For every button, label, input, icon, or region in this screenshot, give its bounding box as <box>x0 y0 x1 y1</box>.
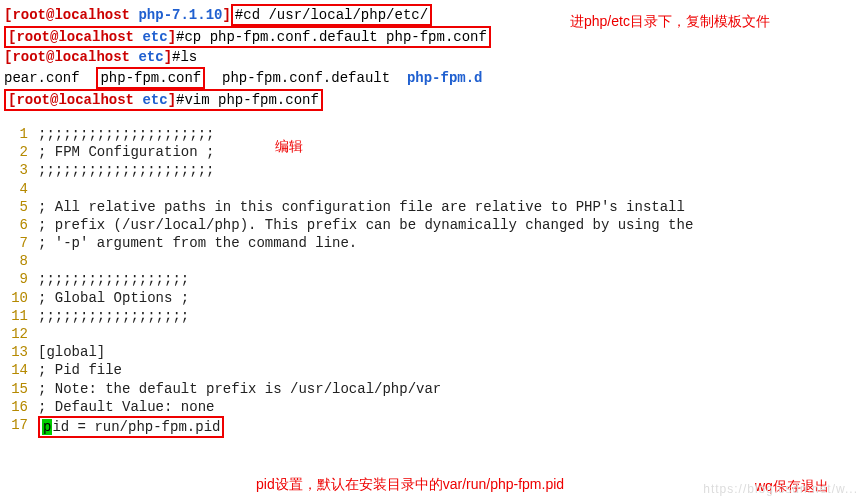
cmd-cp-box: [root@localhost etc]#cp php-fpm.conf.def… <box>4 26 491 48</box>
editor-text: ;;;;;;;;;;;;;;;;;;;;; <box>38 125 214 143</box>
editor-line-16: 16; Default Value: none <box>4 398 860 416</box>
annotation-pid: pid设置，默认在安装目录中的var/run/php-fpm.pid <box>256 475 564 493</box>
editor-line-10: 10; Global Options ; <box>4 289 860 307</box>
ls-output-fpmd: php-fpm.d <box>407 70 483 86</box>
editor-line-6: 6; prefix (/usr/local/php). This prefix … <box>4 216 860 234</box>
editor-text: ;;;;;;;;;;;;;;;;;; <box>38 307 189 325</box>
cmd-vim: vim php-fpm.conf <box>184 92 318 108</box>
editor-line-9: 9;;;;;;;;;;;;;;;;;; <box>4 270 860 288</box>
editor-text: ; Pid file <box>38 361 122 379</box>
cmd-cd-box: #cd /usr/local/php/etc/ <box>231 4 432 26</box>
line-number: 4 <box>4 180 38 198</box>
editor-line-15: 15; Note: the default prefix is /usr/loc… <box>4 380 860 398</box>
prompt-bracket: ] <box>168 29 176 45</box>
line-number: 7 <box>4 234 38 252</box>
prompt-dir: etc <box>142 29 167 45</box>
editor-text: id = run/php-fpm.pid <box>52 419 220 435</box>
line-number: 6 <box>4 216 38 234</box>
editor-text: ; Global Options ; <box>38 289 189 307</box>
hash-sign: # <box>235 7 243 23</box>
cmd-cd: cd /usr/local/php/etc/ <box>243 7 428 23</box>
editor-line-17: 17pid = run/php-fpm.pid <box>4 416 860 438</box>
editor-line-1: 1;;;;;;;;;;;;;;;;;;;;; <box>4 125 860 143</box>
terminal-line-4: pear.conf php-fpm.conf php-fpm.conf.defa… <box>4 67 860 89</box>
cmd-ls: ls <box>180 49 197 65</box>
cmd-vim-box: [root@localhost etc]#vim php-fpm.conf <box>4 89 323 111</box>
editor-text: ; Note: the default prefix is /usr/local… <box>38 380 441 398</box>
ls-output-pear: pear.conf <box>4 70 96 86</box>
line-number: 8 <box>4 252 38 270</box>
ls-output-default: php-fpm.conf.default <box>205 70 407 86</box>
prompt-bracket: ] <box>168 92 176 108</box>
line-number: 17 <box>4 416 38 438</box>
vim-editor: 1;;;;;;;;;;;;;;;;;;;;; 2; FPM Configurat… <box>4 125 860 438</box>
editor-text: ; '-p' argument from the command line. <box>38 234 357 252</box>
editor-text: ;;;;;;;;;;;;;;;;;;;;; <box>38 161 214 179</box>
prompt-user: [root@localhost <box>8 92 142 108</box>
editor-line-8: 8 <box>4 252 860 270</box>
editor-text: ;;;;;;;;;;;;;;;;;; <box>38 270 189 288</box>
editor-line-7: 7; '-p' argument from the command line. <box>4 234 860 252</box>
prompt-dir: etc <box>142 92 167 108</box>
editor-line-14: 14; Pid file <box>4 361 860 379</box>
line-number: 5 <box>4 198 38 216</box>
prompt-bracket: ] <box>164 49 172 65</box>
watermark: https://blog.csdn.net/w... <box>703 482 858 498</box>
editor-line-11: 11;;;;;;;;;;;;;;;;;; <box>4 307 860 325</box>
line-number: 1 <box>4 125 38 143</box>
prompt-user: [root@localhost <box>4 49 138 65</box>
line-number: 14 <box>4 361 38 379</box>
ls-output-fpmconf-box: php-fpm.conf <box>96 67 205 89</box>
prompt-dir: php-7.1.10 <box>138 7 222 23</box>
cmd-cp: cp php-fpm.conf.default php-fpm.conf <box>184 29 486 45</box>
editor-line-5: 5; All relative paths in this configurat… <box>4 198 860 216</box>
terminal-line-3: [root@localhost etc]#ls <box>4 48 860 66</box>
line-number: 12 <box>4 325 38 343</box>
prompt-dir: etc <box>138 49 163 65</box>
annotation-edit: 编辑 <box>275 137 303 155</box>
editor-text: ; prefix (/usr/local/php). This prefix c… <box>38 216 693 234</box>
editor-line-3: 3;;;;;;;;;;;;;;;;;;;;; <box>4 161 860 179</box>
editor-text: [global] <box>38 343 105 361</box>
prompt-user: [root@localhost <box>4 7 138 23</box>
line-number: 16 <box>4 398 38 416</box>
annotation-cp: 进php/etc目录下，复制模板文件 <box>570 12 770 30</box>
editor-text: ; Default Value: none <box>38 398 214 416</box>
editor-line-2: 2; FPM Configuration ; <box>4 143 860 161</box>
editor-line-12: 12 <box>4 325 860 343</box>
line-number: 10 <box>4 289 38 307</box>
prompt-bracket: ] <box>222 7 230 23</box>
prompt-user: [root@localhost <box>8 29 142 45</box>
editor-line-4: 4 <box>4 180 860 198</box>
editor-line-13: 13[global] <box>4 343 860 361</box>
line-number: 15 <box>4 380 38 398</box>
line-number: 3 <box>4 161 38 179</box>
line-number: 2 <box>4 143 38 161</box>
editor-text: ; FPM Configuration ; <box>38 143 214 161</box>
terminal-line-5: [root@localhost etc]#vim php-fpm.conf <box>4 89 860 111</box>
vim-cursor: p <box>42 419 52 435</box>
editor-text: ; All relative paths in this configurati… <box>38 198 685 216</box>
line-number: 11 <box>4 307 38 325</box>
pid-line-box: pid = run/php-fpm.pid <box>38 416 224 438</box>
line-number: 9 <box>4 270 38 288</box>
line-number: 13 <box>4 343 38 361</box>
